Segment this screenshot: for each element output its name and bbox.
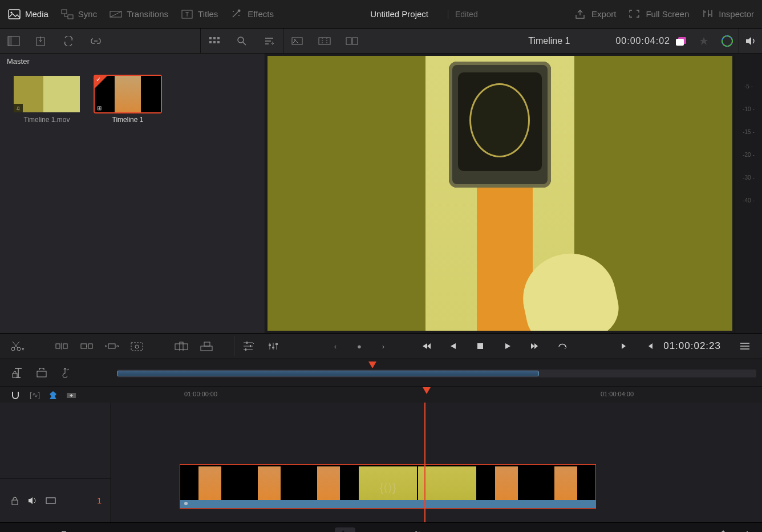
stop-button[interactable]	[472, 335, 489, 358]
lock-icon[interactable]	[10, 496, 19, 505]
svg-rect-39	[175, 344, 188, 350]
pool-item-label: Timeline 1.mov	[24, 116, 70, 124]
bypass-color-button[interactable]	[670, 36, 693, 46]
closeup-button[interactable]	[125, 335, 148, 358]
viewer-canvas[interactable]	[267, 56, 732, 331]
place-on-top-button[interactable]	[195, 335, 218, 358]
go-start-button[interactable]	[417, 335, 434, 358]
nav-transitions[interactable]: Transitions	[110, 9, 168, 19]
append-button[interactable]	[75, 335, 98, 358]
project-title: Untitled Project	[370, 9, 428, 19]
view-mode-1-button[interactable]	[283, 29, 311, 54]
track-display-icon[interactable]	[46, 497, 56, 504]
link-button[interactable]	[82, 29, 110, 54]
nav-fullscreen-label: Full Screen	[646, 9, 689, 19]
meter-tick: -30 -	[743, 174, 755, 189]
view-mode-3-button[interactable]	[338, 29, 366, 54]
next-clip-button[interactable]	[613, 335, 636, 358]
svg-rect-14	[217, 37, 220, 39]
grid-view-button[interactable]	[201, 29, 228, 54]
svg-rect-10	[8, 36, 12, 46]
timeline-menu-button[interactable]	[733, 335, 756, 358]
out-timecode[interactable]: 01:00:02:23	[663, 340, 721, 352]
overview-playhead[interactable]	[368, 362, 376, 368]
cut-page-button[interactable]	[335, 527, 355, 533]
next-edit-button[interactable]: ›	[375, 335, 392, 358]
svg-rect-2	[62, 10, 67, 14]
pool-item[interactable]: ♫ Timeline 1.mov	[13, 76, 81, 124]
speaker-button[interactable]	[739, 36, 762, 46]
edit-page-button[interactable]	[407, 527, 427, 533]
fullscreen-icon	[629, 9, 641, 19]
sort-button[interactable]	[256, 29, 283, 54]
flag-button[interactable]	[49, 391, 57, 400]
nav-fullscreen[interactable]: Full Screen	[629, 9, 689, 19]
nav-export-label: Export	[591, 9, 616, 19]
home-button[interactable]	[718, 530, 729, 533]
marker-view-button[interactable]: [∿]	[30, 391, 40, 399]
svg-rect-23	[352, 38, 358, 44]
svg-rect-42	[204, 342, 210, 346]
color-wheel-button[interactable]	[716, 35, 739, 47]
zoom-range-handle[interactable]	[117, 371, 539, 376]
add-marker-button[interactable]	[66, 391, 76, 399]
ripple-button[interactable]	[100, 335, 123, 358]
mixer-button[interactable]	[262, 335, 285, 358]
meter-tick: -20 -	[743, 152, 755, 166]
video-track-icon[interactable]	[35, 368, 48, 378]
settings-button[interactable]	[741, 530, 753, 533]
timeline-tracks[interactable]: {⟨⟩}	[111, 403, 762, 522]
svg-rect-50	[12, 500, 18, 505]
cut-tool-button[interactable]: ▾	[6, 335, 29, 358]
overwrite-button[interactable]	[170, 335, 193, 358]
audio-lane[interactable]	[180, 500, 595, 508]
timeline-name[interactable]: Timeline 1	[528, 36, 570, 46]
svg-rect-21	[319, 38, 330, 44]
timeline-overview[interactable]	[111, 359, 762, 387]
svg-rect-51	[46, 498, 55, 503]
track-header[interactable]: 1	[0, 478, 111, 522]
svg-rect-48	[37, 371, 46, 377]
svg-rect-22	[346, 38, 351, 44]
svg-point-38	[135, 345, 139, 348]
timeline-ruler[interactable]: 01:00:00:00 01:00:04:00	[111, 387, 762, 403]
viewer-timecode[interactable]: 00:00:04:02	[615, 36, 670, 46]
go-end-button[interactable]	[526, 335, 544, 358]
top-navbar: Media Sync Transitions T Titles Effects …	[0, 0, 762, 29]
timeline-playhead[interactable]	[424, 403, 425, 522]
video-clip[interactable]: {⟨⟩}	[180, 464, 596, 509]
track-speaker-icon[interactable]	[27, 497, 38, 505]
transitions-icon	[110, 9, 122, 19]
effects-icon	[230, 9, 243, 19]
nav-effects-label: Effects	[248, 9, 274, 19]
prev-clip-button[interactable]	[638, 335, 661, 358]
current-frame-button[interactable]: ●	[351, 335, 368, 358]
pool-item[interactable]: ⊞ Timeline 1	[94, 76, 162, 124]
sync-bin-button[interactable]	[55, 29, 82, 54]
nav-effects[interactable]: Effects	[230, 9, 274, 19]
audio-badge-icon: ♫	[14, 104, 23, 112]
search-button[interactable]	[228, 29, 256, 54]
titles-icon: T	[181, 9, 193, 19]
tools-button[interactable]	[237, 335, 260, 358]
magic-button[interactable]	[693, 36, 716, 46]
prev-edit-button[interactable]: ‹	[327, 335, 344, 358]
nav-titles[interactable]: T Titles	[181, 9, 218, 19]
step-back-button[interactable]	[444, 335, 461, 358]
layout-left-button[interactable]	[0, 29, 27, 54]
smart-insert-button[interactable]	[50, 335, 73, 358]
playhead-icon[interactable]	[427, 387, 431, 394]
audio-track-icon[interactable]	[59, 368, 71, 378]
play-button[interactable]	[499, 335, 516, 358]
import-button[interactable]	[27, 29, 55, 54]
nav-sync[interactable]: Sync	[61, 9, 97, 19]
trash-button[interactable]	[59, 530, 68, 533]
view-mode-2-button[interactable]	[311, 29, 338, 54]
lock-track-icon[interactable]	[11, 367, 24, 379]
snap-button[interactable]	[10, 391, 21, 400]
loop-button[interactable]	[554, 335, 571, 358]
nav-export[interactable]: Export	[574, 9, 616, 19]
nav-inspector[interactable]: Inspector	[702, 9, 754, 19]
pool-header[interactable]: Master	[0, 54, 265, 69]
nav-media[interactable]: Media	[8, 9, 48, 19]
